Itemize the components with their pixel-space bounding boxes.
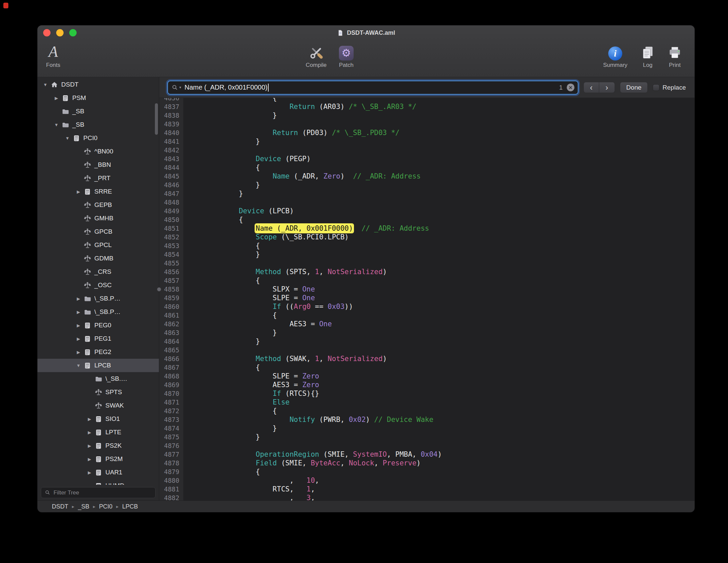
disclosure-triangle[interactable]: ▼ [52,122,61,127]
disclosure-triangle[interactable]: ▶ [74,296,83,301]
code-line-4878: 4878 Field (SMIE, ByteAcc, NoLock, Prese… [159,459,695,467]
disclosure-triangle[interactable]: ▶ [85,417,94,422]
sidebar-item-ps2k[interactable]: ▶PS2K [37,439,159,452]
next-match-button[interactable]: › [599,82,615,93]
line-number: 4871 [159,398,183,407]
breadcrumb-separator: ▸ [93,504,95,509]
line-number: 4853 [159,241,183,250]
table-icon [83,348,92,356]
sidebar-item-crs[interactable]: _CRS [37,265,159,278]
table-icon [83,362,92,369]
search-menu-icon[interactable]: ▾ [171,84,181,91]
code-line-4865: 4865 [159,346,695,354]
previous-match-button[interactable]: ‹ [583,82,599,93]
sidebar-item-peg1[interactable]: ▶PEG1 [37,332,159,345]
code-line-4872: 4872 { [159,407,695,415]
breadcrumb: DSDT▸_SB▸PCI0▸LPCB [37,500,695,512]
code-line-4869: 4869 AES3 = Zero [159,380,695,389]
window-title: DSDT-AWAC.aml [347,29,395,36]
sidebar-item-pci0[interactable]: ▼PCI0 [37,131,159,145]
code-line-4846: 4846 } [159,181,695,189]
sidebar-item-label: LPTE [105,429,121,436]
replace-checkbox[interactable] [653,84,659,91]
sidebar-item-lpcb[interactable]: ▼LPCB [37,359,159,372]
sidebar-item-sbp[interactable]: ▶\_SB.P… [37,305,159,319]
line-number: 4866 [159,354,183,363]
fonts-button[interactable]: A Fonts [37,42,75,69]
sidebar-item-sb[interactable]: ▼_SB [37,118,159,131]
disclosure-triangle[interactable]: ▶ [85,470,94,475]
disclosure-triangle[interactable]: ▶ [74,350,83,355]
sidebar-item-label: PSM [72,94,86,102]
table-icon [83,335,92,343]
disclosure-triangle[interactable]: ▼ [74,363,83,368]
disclosure-triangle[interactable]: ▶ [52,96,61,101]
sidebar-item-bn00[interactable]: ^BN00 [37,145,159,158]
done-button[interactable]: Done [620,82,648,93]
search-input[interactable]: ▾ Name (_ADR, 0x001F0000) 1 ✕ [167,81,578,95]
line-number: 4873 [159,415,183,424]
code-line-4849: 4849 Device (LPCB) [159,207,695,215]
sidebar-item-prt[interactable]: _PRT [37,172,159,185]
sidebar-item-srre[interactable]: ▶SRRE [37,185,159,198]
sidebar-item-gpcl[interactable]: GPCL [37,238,159,252]
line-number: 4863 [159,328,183,337]
sidebar-item-swak[interactable]: SWAK [37,399,159,412]
breadcrumb-item-lpcb[interactable]: LPCB [122,503,138,510]
disclosure-triangle[interactable]: ▼ [63,136,72,141]
sidebar-item-peg0[interactable]: ▶PEG0 [37,319,159,332]
replace-toggle[interactable]: Replace [653,84,686,91]
sidebar-scrollbar[interactable] [155,103,158,135]
code-editor[interactable]: 4836 {4837 Return (AR03) /* \_SB_.AR03 *… [159,98,695,500]
sidebar-item-psm[interactable]: ▶PSM [37,91,159,105]
line-number: 4875 [159,433,183,441]
sidebar-item-sio1[interactable]: ▶SIO1 [37,412,159,426]
zoom-button[interactable] [69,29,77,36]
code-line-4844: 4844 { [159,163,695,172]
sidebar-item-spts[interactable]: SPTS [37,385,159,399]
sidebar-item-gpcb[interactable]: GPCB [37,225,159,238]
sidebar-item-dsdt[interactable]: ▼DSDT [37,78,159,91]
breadcrumb-item-sb[interactable]: _SB [78,503,89,510]
sidebar-item-osc[interactable]: _OSC [37,278,159,292]
sidebar-item-lpte[interactable]: ▶LPTE [37,426,159,439]
breadcrumb-item-pci0[interactable]: PCI0 [99,503,112,510]
table-icon [94,482,103,485]
sidebar-item-humd[interactable]: ▶HUMD [37,479,159,485]
sidebar-item-bbn[interactable]: _BBN [37,158,159,172]
acpi-tree[interactable]: ▼DSDT▶PSM_SB▼_SB▼PCI0^BN00_BBN_PRT▶SRREG… [37,77,159,485]
disclosure-triangle[interactable]: ▶ [74,323,83,328]
sidebar-item-label: \_SB.… [105,375,127,382]
code-line-4853: 4853 { [159,241,695,250]
search-match-highlight: Name (_ADR, 0x001F0000) [256,224,353,232]
sidebar-item-sb[interactable]: _SB [37,105,159,118]
line-number: 4850 [159,215,183,224]
sidebar-item-gdmb[interactable]: GDMB [37,252,159,265]
sidebar-item-ps2m[interactable]: ▶PS2M [37,452,159,466]
code-line-4854: 4854 } [159,250,695,259]
print-button[interactable]: Print [653,42,695,69]
split-handle[interactable] [157,287,161,292]
filter-tree-input[interactable]: Filter Tree [41,487,156,498]
clear-search-button[interactable]: ✕ [567,84,574,91]
sidebar-item-peg2[interactable]: ▶PEG2 [37,345,159,359]
disclosure-triangle[interactable]: ▶ [74,310,83,315]
disclosure-triangle[interactable]: ▶ [74,336,83,341]
disclosure-triangle[interactable]: ▶ [85,457,94,462]
breadcrumb-item-dsdt[interactable]: DSDT [52,503,68,510]
line-number: 4878 [159,459,183,467]
sidebar-item-gepb[interactable]: GEPB [37,198,159,212]
minimize-button[interactable] [56,29,64,36]
disclosure-triangle[interactable]: ▼ [41,82,50,87]
patch-button[interactable]: ⚙ Patch [325,42,368,69]
info-icon: i [608,46,622,61]
disclosure-triangle[interactable]: ▶ [85,430,94,435]
disclosure-triangle[interactable]: ▶ [74,189,83,194]
sidebar-item-sb[interactable]: \_SB.… [37,372,159,385]
close-button[interactable] [43,29,51,36]
code-line-4866: 4866 Method (SWAK, 1, NotSerialized) [159,354,695,363]
disclosure-triangle[interactable]: ▶ [85,443,94,448]
sidebar-item-sbp[interactable]: ▶\_SB.P… [37,292,159,305]
sidebar-item-uar1[interactable]: ▶UAR1 [37,466,159,479]
sidebar-item-gmhb[interactable]: GMHB [37,212,159,225]
